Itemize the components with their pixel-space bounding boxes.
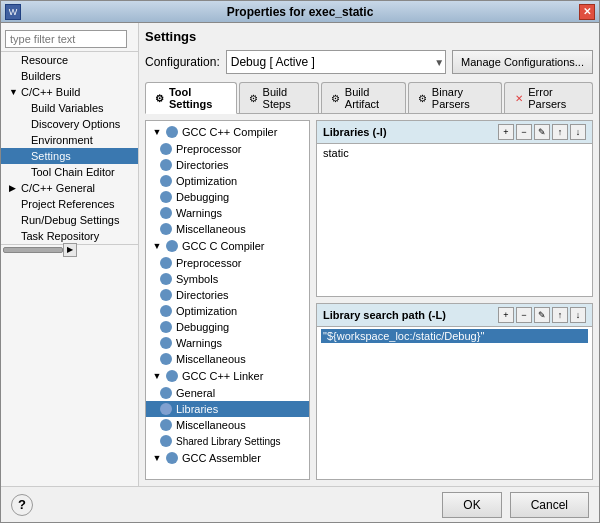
search-path-header-label: Library search path (-L) — [323, 309, 446, 321]
sidebar-item-project-refs[interactable]: Project References — [1, 196, 138, 212]
sidebar-item-cpp-general[interactable]: ▶ C/C++ General — [1, 180, 138, 196]
path-add-button[interactable]: + — [498, 307, 514, 323]
path-delete-button[interactable]: − — [516, 307, 532, 323]
ok-button[interactable]: OK — [442, 492, 501, 518]
item-icon — [160, 207, 172, 219]
tree-item-preprocessor1[interactable]: Preprocessor — [146, 141, 309, 157]
item-icon — [160, 353, 172, 365]
window-icon: W — [5, 4, 21, 20]
sidebar-label-cpp-build: C/C++ Build — [21, 86, 80, 98]
item-icon — [160, 223, 172, 235]
scrollbar-thumb[interactable] — [3, 247, 63, 253]
sidebar-item-toolchain[interactable]: Tool Chain Editor — [1, 164, 138, 180]
tree-item-debugging2[interactable]: Debugging — [146, 319, 309, 335]
expand-icon: ▼ — [150, 369, 164, 383]
library-item[interactable]: static — [321, 146, 588, 160]
lib-add-button[interactable]: + — [498, 124, 514, 140]
sidebar-item-builders[interactable]: Builders — [1, 68, 138, 84]
tree-label-misc1: Miscellaneous — [176, 223, 246, 235]
filter-input[interactable] — [5, 30, 127, 48]
tab-label-error-parsers: Error Parsers — [528, 86, 584, 110]
manage-configs-button[interactable]: Manage Configurations... — [452, 50, 593, 74]
libraries-header: Libraries (-l) + − ✎ ↑ ↓ — [317, 121, 592, 144]
item-icon — [160, 305, 172, 317]
lib-delete-button[interactable]: − — [516, 124, 532, 140]
tree-label-directories2: Directories — [176, 289, 229, 301]
tab-label-build-artifact: Build Artifact — [345, 86, 397, 110]
sidebar-item-run-debug[interactable]: Run/Debug Settings — [1, 212, 138, 228]
help-button[interactable]: ? — [11, 494, 33, 516]
tree-item-directories1[interactable]: Directories — [146, 157, 309, 173]
config-label: Configuration: — [145, 55, 220, 69]
tree-item-general[interactable]: General — [146, 385, 309, 401]
tab-tool-settings[interactable]: ⚙ Tool Settings — [145, 82, 237, 114]
path-edit-button[interactable]: ✎ — [534, 307, 550, 323]
tab-build-steps[interactable]: ⚙ Build Steps — [239, 82, 319, 113]
tree-item-debugging1[interactable]: Debugging — [146, 189, 309, 205]
search-path-item[interactable]: "${workspace_loc:/static/Debug}" — [321, 329, 588, 343]
tree-label-misc3: Miscellaneous — [176, 419, 246, 431]
lib-edit-button[interactable]: ✎ — [534, 124, 550, 140]
tab-build-artifact[interactable]: ⚙ Build Artifact — [321, 82, 406, 113]
tree-item-gcc-cpp[interactable]: ▼ GCC C++ Compiler — [146, 123, 309, 141]
path-up-button[interactable]: ↑ — [552, 307, 568, 323]
content-area: ▼ GCC C++ Compiler Preprocessor Director… — [145, 120, 593, 480]
path-down-button[interactable]: ↓ — [570, 307, 586, 323]
tree-item-optimization2[interactable]: Optimization — [146, 303, 309, 319]
cancel-button[interactable]: Cancel — [510, 492, 589, 518]
tree-label-optimization1: Optimization — [176, 175, 237, 187]
tree-item-misc3[interactable]: Miscellaneous — [146, 417, 309, 433]
sidebar-label-builders: Builders — [21, 70, 61, 82]
tree-item-misc1[interactable]: Miscellaneous — [146, 221, 309, 237]
tree-item-libraries[interactable]: Libraries — [146, 401, 309, 417]
tab-binary-parsers[interactable]: ⚙ Binary Parsers — [408, 82, 502, 113]
lib-down-button[interactable]: ↓ — [570, 124, 586, 140]
tab-error-parsers[interactable]: ✕ Error Parsers — [504, 82, 593, 113]
sidebar-item-build-variables[interactable]: Build Variables — [1, 100, 138, 116]
tree-label-gcc-cpp: GCC C++ Compiler — [182, 126, 277, 138]
tree-label-debugging1: Debugging — [176, 191, 229, 203]
expand-icon: ▼ — [150, 451, 164, 465]
item-icon — [160, 191, 172, 203]
tree-item-symbols[interactable]: Symbols — [146, 271, 309, 287]
right-panel: Settings Configuration: Debug [ Active ]… — [139, 23, 599, 486]
main-window: W Properties for exec_static ✕ Resource … — [0, 0, 600, 523]
tree-item-shared-lib[interactable]: Shared Library Settings — [146, 433, 309, 449]
item-icon — [160, 143, 172, 155]
item-icon — [160, 289, 172, 301]
config-select[interactable]: Debug [ Active ] — [226, 50, 446, 74]
tree-item-gcc-c[interactable]: ▼ GCC C Compiler — [146, 237, 309, 255]
tree-item-optimization1[interactable]: Optimization — [146, 173, 309, 189]
item-icon — [160, 387, 172, 399]
close-button[interactable]: ✕ — [579, 4, 595, 20]
item-icon — [160, 175, 172, 187]
tree-item-warnings2[interactable]: Warnings — [146, 335, 309, 351]
sidebar-item-discovery[interactable]: Discovery Options — [1, 116, 138, 132]
titlebar: W Properties for exec_static ✕ — [1, 1, 599, 23]
search-path-section: Library search path (-L) + − ✎ ↑ ↓ "${wo… — [316, 303, 593, 480]
tree-label-shared-lib: Shared Library Settings — [176, 436, 281, 447]
assembler-icon — [166, 452, 178, 464]
tree-label-symbols: Symbols — [176, 273, 218, 285]
tabs-bar: ⚙ Tool Settings ⚙ Build Steps ⚙ Build Ar… — [145, 82, 593, 114]
sidebar-scrollbar: ▶ — [1, 244, 138, 254]
tree-item-preprocessor2[interactable]: Preprocessor — [146, 255, 309, 271]
item-icon — [160, 273, 172, 285]
sidebar-item-cpp-build[interactable]: ▼ C/C++ Build — [1, 84, 138, 100]
tree-item-directories2[interactable]: Directories — [146, 287, 309, 303]
scroll-right-btn[interactable]: ▶ — [63, 243, 77, 257]
sidebar-label-resource: Resource — [21, 54, 68, 66]
tree-item-misc2[interactable]: Miscellaneous — [146, 351, 309, 367]
arrow-icon: ▼ — [9, 87, 19, 97]
sidebar-item-environment[interactable]: Environment — [1, 132, 138, 148]
main-content: Resource Builders ▼ C/C++ Build Build Va… — [1, 23, 599, 486]
sidebar-item-resource[interactable]: Resource — [1, 52, 138, 68]
tree-item-gcc-assembler[interactable]: ▼ GCC Assembler — [146, 449, 309, 467]
expand-icon: ▼ — [150, 125, 164, 139]
tree-label-gcc-assembler: GCC Assembler — [182, 452, 261, 464]
lib-up-button[interactable]: ↑ — [552, 124, 568, 140]
window-title: Properties for exec_static — [21, 5, 579, 19]
sidebar-item-settings[interactable]: Settings — [1, 148, 138, 164]
tree-item-warnings1[interactable]: Warnings — [146, 205, 309, 221]
tree-item-gcc-linker[interactable]: ▼ GCC C++ Linker — [146, 367, 309, 385]
